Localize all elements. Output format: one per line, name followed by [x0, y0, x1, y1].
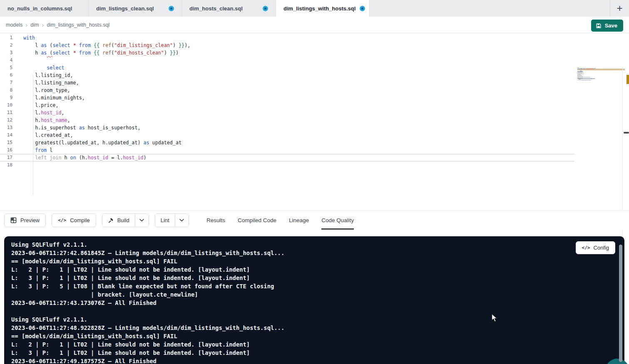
breadcrumb-item[interactable]: dim_listings_with_hosts.sql — [47, 22, 109, 28]
line-number: 13 — [0, 124, 12, 131]
unsaved-changes-icon[interactable] — [263, 6, 268, 11]
line-number: 8 — [0, 87, 12, 94]
code-area: 1with2 l as (select * from {{ ref("dim_l… — [0, 34, 574, 169]
code-text: select — [12, 64, 65, 72]
line-number: 6 — [0, 72, 12, 79]
overview-warning-marker — [627, 75, 629, 84]
breadcrumb-separator-icon: › — [25, 21, 27, 28]
terminal-output: Using SQLFluff v2.1.1. 2023-06-06T11:27:… — [11, 240, 608, 364]
code-text: from l — [12, 146, 52, 154]
build-dropdown-button[interactable] — [135, 214, 149, 227]
new-tab-button[interactable]: + — [610, 0, 629, 17]
code-line-14[interactable]: 14 l.created_at, — [0, 131, 574, 139]
code-line-8[interactable]: 8 l.room_type, — [0, 87, 574, 94]
lint-dropdown-button[interactable] — [175, 214, 189, 227]
code-text: h as (select * from {{ ref("dim_hosts_cl… — [12, 49, 179, 57]
code-line-18[interactable]: 18 — [0, 161, 574, 169]
build-button[interactable]: Build — [102, 214, 135, 227]
result-tab-lineage[interactable]: Lineage — [289, 210, 309, 230]
line-number: 5 — [0, 64, 12, 72]
result-tab-compiled-code[interactable]: Compiled Code — [238, 210, 276, 230]
code-line-4[interactable]: 4 — [0, 57, 574, 64]
preview-button[interactable]: Preview — [4, 213, 46, 227]
code-text: l.minimum_nights, — [12, 94, 85, 102]
tab-label: dim_listings_clean.sql — [96, 5, 154, 12]
code-text: l.listing_id, — [12, 72, 73, 79]
build-split-button: Build — [102, 213, 149, 227]
code-line-11[interactable]: 11 l.host_id, — [0, 109, 574, 116]
code-line-9[interactable]: 9 l.minimum_nights, — [0, 94, 574, 102]
mouse-cursor — [491, 313, 499, 325]
tab-label: dim_listings_with_hosts.sql — [283, 5, 356, 12]
code-line-2[interactable]: 2 l as (select * from {{ ref("dim_listin… — [0, 42, 574, 49]
code-line-7[interactable]: 7 l.listing_name, — [0, 79, 574, 87]
compile-button-label: Compile — [70, 217, 90, 223]
line-number: 4 — [0, 57, 12, 64]
chevron-down-icon — [179, 219, 184, 222]
code-text: l.price, — [12, 102, 58, 109]
unsaved-changes-icon[interactable] — [360, 6, 365, 11]
line-number: 9 — [0, 94, 12, 102]
line-number: 15 — [0, 139, 12, 146]
line-number: 18 — [0, 161, 12, 169]
save-button-label: Save — [605, 22, 617, 29]
code-text: l.created_at, — [12, 131, 73, 139]
unsaved-changes-icon[interactable] — [169, 6, 174, 11]
code-line-1[interactable]: 1with — [0, 34, 574, 42]
code-text — [12, 57, 23, 64]
line-number: 3 — [0, 49, 12, 57]
line-number: 12 — [0, 116, 12, 124]
save-button[interactable]: Save — [591, 20, 623, 32]
code-icon: </> — [582, 245, 590, 250]
result-tab-results[interactable]: Results — [206, 210, 225, 230]
tab-dim_listings_clean.sql[interactable]: dim_listings_clean.sql — [89, 0, 182, 17]
table-icon — [10, 217, 17, 223]
code-line-12[interactable]: 12 h.host_name, — [0, 116, 574, 124]
code-line-3[interactable]: 3 h as (select * from {{ ref("dim_hosts_… — [0, 49, 574, 57]
breadcrumb-item[interactable]: dim — [30, 22, 39, 28]
tab-dim_listings_with_hosts.sql[interactable]: dim_listings_with_hosts.sql — [276, 0, 370, 17]
build-button-label: Build — [117, 217, 129, 223]
code-text: l as (select * from {{ ref("dim_listings… — [12, 42, 190, 49]
code-text: h.is_superhost as host_is_superhost, — [12, 124, 140, 131]
tab-no_nulls_in_columns.sql[interactable]: no_nulls_in_columns.sql — [0, 0, 89, 17]
lint-split-button: Lint — [155, 213, 189, 227]
breadcrumb-item[interactable]: models — [6, 22, 22, 28]
code-line-5[interactable]: 5 select — [0, 64, 574, 72]
line-number: 17 — [0, 154, 12, 161]
tab-label: dim_hosts_clean.sql — [189, 5, 243, 12]
result-tab-code-quality[interactable]: Code Quality — [321, 210, 354, 230]
code-line-17[interactable]: 17 left join h on (h.host_id = l.host_id… — [0, 154, 574, 161]
terminal-panel[interactable]: Using SQLFluff v2.1.1. 2023-06-06T11:27:… — [4, 236, 624, 364]
plus-icon: + — [617, 2, 622, 14]
lint-button[interactable]: Lint — [155, 214, 175, 227]
editor-toolbar: Preview </> Compile Build — [0, 210, 629, 230]
code-text: l.listing_name, — [12, 79, 79, 87]
code-line-6[interactable]: 6 l.listing_id, — [0, 72, 574, 79]
breadcrumb-separator-icon: › — [42, 21, 44, 28]
ide-window: no_nulls_in_columns.sqldim_listings_clea… — [0, 0, 629, 364]
compile-button[interactable]: </> Compile — [52, 213, 96, 227]
code-text: left join h on (h.host_id = l.host_id) — [12, 154, 147, 161]
hammer-icon — [108, 218, 114, 223]
breadcrumb-row: models›dim›dim_listings_with_hosts.sql S… — [0, 17, 629, 33]
config-button-label: Config — [593, 245, 609, 251]
terminal-scrollbar-thumb[interactable] — [619, 245, 622, 362]
overview-position-marker — [624, 132, 629, 134]
save-icon — [596, 23, 602, 29]
tab-dim_hosts_clean.sql[interactable]: dim_hosts_clean.sql — [182, 0, 276, 17]
code-icon: </> — [58, 218, 66, 223]
line-number: 11 — [0, 109, 12, 116]
code-editor[interactable]: 1with2 l as (select * from {{ ref("dim_l… — [0, 33, 629, 210]
config-button[interactable]: </> Config — [576, 241, 615, 254]
line-number: 16 — [0, 146, 12, 154]
code-text — [12, 161, 23, 169]
minimap[interactable] — [577, 67, 609, 82]
code-line-15[interactable]: 15 greatest(l.updated_at, h.updated_at) … — [0, 139, 574, 146]
line-number: 2 — [0, 42, 12, 49]
code-line-16[interactable]: 16 from l — [0, 146, 574, 154]
code-line-13[interactable]: 13 h.is_superhost as host_is_superhost, — [0, 124, 574, 131]
result-tabs: ResultsCompiled CodeLineageCode Quality — [206, 210, 354, 230]
code-line-10[interactable]: 10 l.price, — [0, 102, 574, 109]
tab-bar-tabs: no_nulls_in_columns.sqldim_listings_clea… — [0, 0, 370, 17]
